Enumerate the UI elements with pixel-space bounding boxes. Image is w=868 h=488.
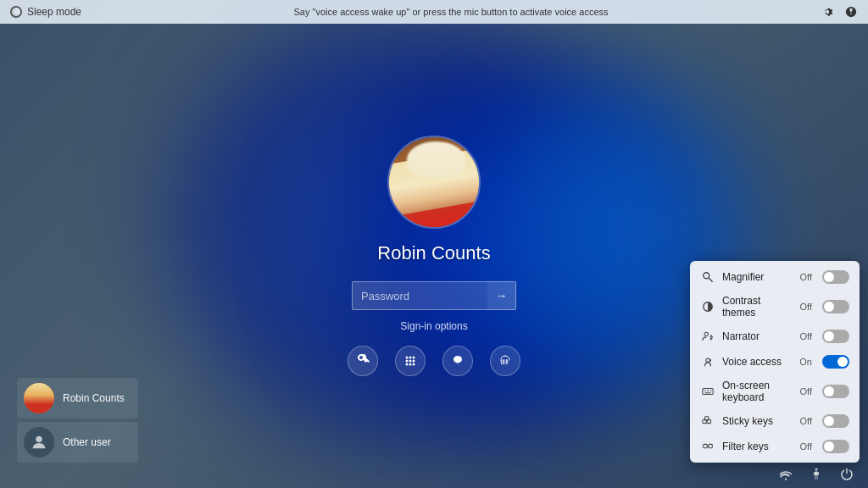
sleep-label: Sleep mode bbox=[27, 6, 81, 18]
access-osk-row[interactable]: On-screen keyboard Off bbox=[690, 374, 860, 408]
help-icon[interactable] bbox=[844, 5, 858, 19]
other-user-label: Other user bbox=[63, 436, 111, 448]
magnifier-toggle[interactable] bbox=[822, 270, 849, 284]
access-contrast-row[interactable]: Contrast themes Off bbox=[690, 290, 860, 324]
narrator-label: Narrator bbox=[722, 330, 793, 342]
topbar-left: Sleep mode bbox=[10, 6, 81, 18]
user-item-other[interactable]: Other user bbox=[17, 422, 138, 463]
svg-point-7 bbox=[409, 363, 412, 366]
sticky-keys-status: Off bbox=[800, 416, 812, 426]
other-user-avatar-small bbox=[24, 427, 54, 458]
user-switcher: Robin Counts Other user bbox=[17, 378, 138, 463]
svg-point-14 bbox=[704, 332, 708, 336]
magnifier-label: Magnifier bbox=[722, 271, 793, 283]
filter-keys-status: Off bbox=[800, 441, 812, 452]
svg-point-27 bbox=[815, 469, 818, 471]
robin-avatar-small bbox=[24, 383, 54, 413]
svg-point-10 bbox=[36, 436, 42, 442]
robin-user-label: Robin Counts bbox=[63, 392, 125, 404]
password-input[interactable] bbox=[352, 281, 487, 310]
svg-point-1 bbox=[409, 357, 412, 359]
topbar-right bbox=[821, 5, 858, 19]
sleep-icon bbox=[10, 6, 22, 18]
sticky-keys-toggle[interactable] bbox=[822, 414, 849, 428]
svg-point-11 bbox=[704, 273, 709, 279]
access-voice-row[interactable]: Voice access On bbox=[690, 349, 860, 374]
svg-point-4 bbox=[409, 360, 412, 363]
accessibility-panel: Magnifier Off Contrast themes Off Narrat… bbox=[690, 261, 860, 463]
filter-keys-label: Filter keys bbox=[722, 441, 793, 452]
fingerprint-signin-button[interactable] bbox=[490, 346, 520, 376]
windows-hello-signin-button[interactable] bbox=[442, 346, 473, 376]
user-name-display: Robin Counts bbox=[377, 242, 490, 264]
voice-access-toggle[interactable] bbox=[822, 355, 849, 369]
svg-point-6 bbox=[406, 363, 409, 366]
svg-rect-25 bbox=[709, 444, 712, 447]
wifi-icon[interactable] bbox=[778, 467, 793, 485]
settings-icon[interactable] bbox=[821, 5, 834, 19]
osk-status: Off bbox=[800, 386, 812, 396]
magnifier-status: Off bbox=[800, 272, 812, 282]
topbar: Sleep mode Say "voice access wake up" or… bbox=[0, 0, 868, 24]
contrast-toggle[interactable] bbox=[822, 300, 849, 313]
sticky-keys-label: Sticky keys bbox=[722, 415, 793, 427]
narrator-status: Off bbox=[800, 331, 812, 341]
voice-access-status: On bbox=[799, 357, 812, 367]
access-sticky-row[interactable]: Sticky keys Off bbox=[690, 408, 860, 434]
osk-icon bbox=[700, 384, 715, 399]
svg-point-2 bbox=[413, 357, 415, 359]
avatar-face bbox=[389, 137, 479, 227]
sign-in-options-link[interactable]: Sign-in options bbox=[400, 320, 467, 332]
topbar-notification: Say "voice access wake up" or press the … bbox=[81, 7, 821, 17]
sticky-keys-icon bbox=[700, 413, 715, 429]
filter-keys-toggle[interactable] bbox=[822, 440, 849, 453]
narrator-icon bbox=[700, 329, 715, 344]
key-signin-button[interactable] bbox=[348, 346, 378, 376]
pin-signin-button[interactable] bbox=[395, 346, 426, 376]
svg-rect-24 bbox=[704, 444, 707, 447]
svg-point-3 bbox=[406, 360, 409, 363]
narrator-toggle[interactable] bbox=[822, 330, 849, 343]
access-magnifier-row[interactable]: Magnifier Off bbox=[690, 264, 860, 290]
voice-access-label: Voice access bbox=[722, 356, 793, 368]
svg-point-8 bbox=[413, 363, 415, 366]
svg-point-15 bbox=[706, 358, 709, 362]
power-icon[interactable] bbox=[839, 467, 854, 485]
svg-rect-16 bbox=[703, 389, 713, 395]
contrast-status: Off bbox=[800, 302, 812, 312]
user-item-robin[interactable]: Robin Counts bbox=[17, 378, 138, 419]
avatar-hair bbox=[407, 141, 465, 177]
contrast-label: Contrast themes bbox=[722, 295, 793, 319]
osk-toggle[interactable] bbox=[822, 385, 849, 398]
user-avatar bbox=[387, 136, 481, 229]
osk-label: On-screen keyboard bbox=[722, 380, 793, 403]
access-filter-row[interactable]: Filter keys Off bbox=[690, 434, 860, 459]
contrast-icon bbox=[700, 299, 715, 314]
svg-line-12 bbox=[709, 278, 712, 281]
password-submit-button[interactable]: → bbox=[487, 281, 516, 310]
magnifier-icon bbox=[700, 269, 715, 285]
filter-keys-icon bbox=[700, 439, 715, 454]
password-row: → bbox=[352, 281, 516, 310]
svg-point-5 bbox=[413, 360, 415, 363]
signin-options-icons bbox=[348, 346, 520, 376]
bottombar bbox=[0, 464, 868, 488]
accessibility-bottom-icon[interactable] bbox=[809, 467, 824, 485]
access-narrator-row[interactable]: Narrator Off bbox=[690, 324, 860, 349]
voice-access-icon bbox=[700, 354, 715, 369]
svg-point-0 bbox=[406, 357, 409, 359]
